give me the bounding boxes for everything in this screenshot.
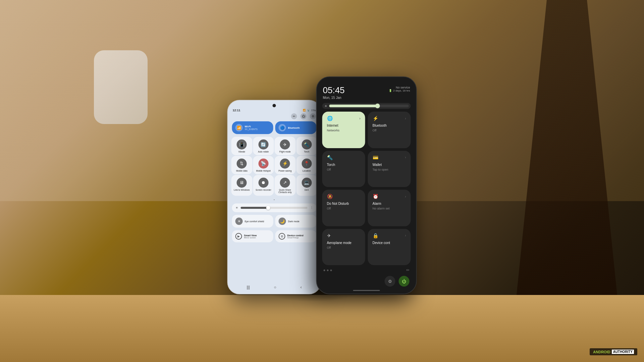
dnd-subtitle: Off xyxy=(327,207,361,210)
bluetooth-tile-text: Bluetooth xyxy=(288,126,300,129)
torch-title: Torch xyxy=(327,163,361,167)
brightness-slider-area[interactable]: ☀ ⋮ xyxy=(232,203,317,212)
brightness-thumb[interactable] xyxy=(266,206,270,210)
internet-subtitle: Networks xyxy=(327,129,361,132)
signal-icon: 📶 xyxy=(303,109,306,112)
screenrecorder-label: Screen recorder xyxy=(256,189,271,191)
settings-button[interactable]: ⚙ xyxy=(385,276,395,287)
screenrecorder-tile[interactable]: ⏺ Screen recorder xyxy=(253,175,274,196)
wallet-chevron: › xyxy=(405,156,406,159)
dnd-tile[interactable]: 🔕 Do Not Disturb Off xyxy=(322,190,365,226)
wifi-tile[interactable]: 📶 Wi-Fi XX_EVENTS xyxy=(232,121,273,134)
right-status-right: No service 🔋 2 days, 18 hrs xyxy=(389,86,410,92)
power-button[interactable]: ⏻ xyxy=(399,276,410,287)
dnd-icon: 🔕 xyxy=(327,194,333,199)
bg-object xyxy=(94,50,148,124)
left-navbar: ||| ○ ‹ xyxy=(228,282,321,294)
dnd-tile-header: 🔕 xyxy=(327,194,361,199)
brightness-slider[interactable] xyxy=(241,207,308,209)
bottom-row: ▶ Smart View Mirror screen ⊞ Device cont… xyxy=(228,229,321,244)
torch-tile-right[interactable]: 🔦 Torch Off xyxy=(322,151,365,187)
linkwindows-tile[interactable]: 🖥 Link to Windows xyxy=(231,175,253,196)
right-tiles-grid: 🌐 › Internet Networks ⚡ › Bluetooth Off xyxy=(317,112,416,265)
linkwindows-icon: 🖥 xyxy=(237,178,247,188)
wallet-icon: 💳 xyxy=(373,155,378,160)
page-dots xyxy=(324,269,332,271)
right-brightness-area[interactable]: ☀ xyxy=(322,103,411,109)
linkwindows-label: Link to Windows xyxy=(234,189,250,191)
power-icon[interactable]: ⏻ xyxy=(301,113,307,119)
dnd-title: Do Not Disturb xyxy=(327,202,361,205)
bluetooth-chevron: › xyxy=(405,117,406,120)
alarm-tile-header: ⏰ › xyxy=(373,194,406,199)
left-toolbar: ✏ ⏻ ⚙ xyxy=(228,113,321,120)
vibrate-label: Vibrate xyxy=(238,150,245,153)
autorotate-tile[interactable]: 🔄 Auto rotate xyxy=(253,137,274,155)
bluetooth-tile-right[interactable]: ⚡ › Bluetooth Off xyxy=(368,112,411,148)
alarm-subtitle: No alarm set xyxy=(373,207,406,210)
wallet-subtitle: Tap to open xyxy=(373,168,406,171)
vibrate-icon: 📳 xyxy=(237,139,247,149)
nav-recent[interactable]: ||| xyxy=(247,285,250,290)
brightness-low-icon: ☀ xyxy=(235,206,238,209)
wifi-label: Wi-Fi xyxy=(245,125,258,128)
screenrecorder-icon: ⏺ xyxy=(258,178,268,188)
hotspot-icon: 📡 xyxy=(258,159,268,169)
nav-home[interactable]: ○ xyxy=(274,285,276,290)
dex-tile[interactable]: 💻 DeX xyxy=(296,175,317,196)
right-bottom-buttons: ⚙ ⏻ xyxy=(317,274,416,289)
quickshare-tile[interactable]: ↗ Quick Share Contacts only xyxy=(275,175,296,196)
left-time: 12:11 xyxy=(233,109,240,112)
devicecont-chevron: › xyxy=(405,234,406,237)
bluetooth-title: Bluetooth xyxy=(373,124,406,127)
watermark-authority: AUTHORITY xyxy=(612,350,634,354)
wallet-tile[interactable]: 💳 › Wallet Tap to open xyxy=(368,151,411,187)
smartview-tile[interactable]: ▶ Smart View Mirror screen xyxy=(232,230,273,242)
hotspot-tile[interactable]: 📡 Mobile Hotspot xyxy=(253,156,274,174)
edit-icon[interactable]: ✏ xyxy=(291,113,297,119)
nav-back[interactable]: ‹ xyxy=(301,285,302,290)
mobiledata-tile[interactable]: ⇅ Mobile data xyxy=(231,156,253,174)
torch-icon: 🔦 xyxy=(302,139,312,149)
home-bar[interactable] xyxy=(353,290,380,291)
wifi-network: XX_EVENTS xyxy=(245,128,258,130)
battery-time: 2 days, 18 hrs xyxy=(393,89,410,92)
flightmode-tile[interactable]: ✈ Flight mode xyxy=(275,137,296,155)
bluetooth-tile[interactable]: 🔵 Bluetooth xyxy=(275,121,317,134)
right-brightness-track[interactable] xyxy=(329,105,409,107)
aeroplane-tile[interactable]: ✈ Aeroplane mode Off xyxy=(322,229,365,265)
bluetooth-tile-icon: 🔵 xyxy=(279,124,286,131)
devicecont-tile[interactable]: 🔒 › Device cont xyxy=(368,229,411,265)
flightmode-label: Flight mode xyxy=(279,150,291,153)
battery-icon: 🔋 xyxy=(389,89,392,92)
hotspot-label: Mobile Hotspot xyxy=(256,170,271,172)
brightness-thumb[interactable] xyxy=(375,104,380,108)
bluetooth-icon: ⚡ xyxy=(373,116,378,121)
powersaving-tile[interactable]: ⚡ Power saving xyxy=(275,156,296,174)
devicecontrol-tile[interactable]: ⊞ Device control SmartThings xyxy=(275,230,317,242)
left-icon-grid: 📳 Vibrate 🔄 Auto rotate ✈ Flight mode 🔦 … xyxy=(228,135,321,197)
internet-icon: 🌐 xyxy=(327,116,333,121)
devicecont-tile-header: 🔒 › xyxy=(373,233,406,238)
eye-comfort-tile[interactable]: ☀ Eye comfort shield xyxy=(232,215,273,228)
eye-comfort-label: Eye comfort shield xyxy=(245,220,264,223)
bluetooth-tile-header: ⚡ › xyxy=(373,116,406,121)
vibrate-tile[interactable]: 📳 Vibrate xyxy=(231,137,253,155)
internet-chevron: › xyxy=(359,117,360,120)
dark-mode-tile[interactable]: 🌙 Dark mode xyxy=(275,215,317,228)
torch-tile[interactable]: 🔦 Torch xyxy=(296,137,317,155)
watermark: ANDROID AUTHORITY xyxy=(590,348,637,355)
table-surface xyxy=(0,295,644,362)
location-tile[interactable]: 📍 Location xyxy=(296,156,317,174)
smartview-text: Smart View Mirror screen xyxy=(244,234,257,239)
internet-tile[interactable]: 🌐 › Internet Networks xyxy=(322,112,365,148)
dex-icon: 💻 xyxy=(302,178,312,188)
smartview-icon: ▶ xyxy=(235,233,242,240)
alarm-tile[interactable]: ⏰ › Alarm No alarm set xyxy=(368,190,411,226)
brightness-more[interactable]: ⋮ xyxy=(310,206,313,209)
alarm-title: Alarm xyxy=(373,202,406,205)
autorotate-label: Auto rotate xyxy=(258,150,269,153)
edit-icon-right[interactable]: ✏ xyxy=(406,268,410,273)
settings-icon[interactable]: ⚙ xyxy=(310,113,316,119)
left-screen: 12:11 📶 📡 77% ✏ ⏻ ⚙ 📶 Wi-Fi xyxy=(228,101,321,294)
